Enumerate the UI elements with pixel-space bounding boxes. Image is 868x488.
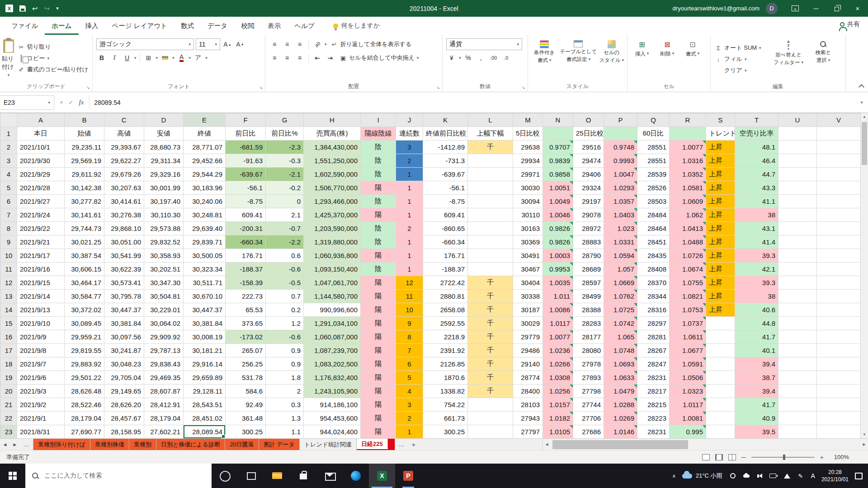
cell-Q16[interactable]: 28281 [637, 330, 670, 344]
select-all-corner[interactable] [0, 113, 17, 127]
row-header-12[interactable]: 12 [0, 276, 17, 290]
cell-B2[interactable]: 29,235.11 [65, 141, 104, 154]
cell-N2[interactable]: 0.9707 [543, 141, 573, 154]
cell-E8[interactable]: 29,639.40 [184, 222, 226, 235]
cell-R3[interactable]: 1.0316 [670, 154, 706, 168]
cell-T6[interactable]: 41.1 [735, 195, 778, 208]
cell-M2[interactable]: 29638 [513, 141, 543, 154]
cell-N7[interactable]: 1.0046 [543, 208, 573, 222]
cell-R2[interactable]: 1.0077 [670, 141, 706, 154]
merge-center-button[interactable]: ▣セルを結合して中央揃え▾ [337, 52, 421, 64]
cell-F17[interactable]: 265.07 [226, 344, 266, 357]
cell-O10[interactable]: 28790 [573, 249, 604, 263]
cell-T7[interactable]: 38 [735, 208, 778, 222]
cell-D7[interactable]: 30,110.30 [144, 208, 184, 222]
cell-V23[interactable] [817, 425, 861, 439]
cell-D14[interactable]: 30,229.01 [144, 303, 184, 317]
cell-U12[interactable] [778, 276, 817, 290]
cell-N13[interactable]: 1.011 [543, 290, 573, 303]
row-header-21[interactable]: 21 [0, 398, 17, 412]
cell-B14[interactable]: 30,372.02 [65, 303, 104, 317]
cell-C19[interactable]: 29,705.04 [104, 371, 144, 385]
cell-P11[interactable]: 1.057 [604, 263, 637, 276]
cell-D2[interactable]: 28,680.73 [144, 141, 184, 154]
cell-C6[interactable]: 30,414.61 [104, 195, 144, 208]
cell-I18[interactable]: 陽 [361, 357, 396, 371]
zoom-slider-thumb[interactable] [783, 455, 785, 460]
cell-D21[interactable]: 28,412.91 [144, 398, 184, 412]
column-header-C[interactable]: C [104, 113, 144, 127]
cell-C2[interactable]: 29,393.67 [104, 141, 144, 154]
row-header-16[interactable]: 16 [0, 330, 17, 344]
cell-O14[interactable]: 28388 [573, 303, 604, 317]
cell-O3[interactable]: 29474 [573, 154, 604, 168]
cell-M23[interactable]: 27797 [513, 425, 543, 439]
cell-I11[interactable]: 陰 [361, 263, 396, 276]
cell-Q2[interactable]: 28551 [637, 141, 670, 154]
cell-A2[interactable]: 2021/10/1 [17, 141, 65, 154]
cell-R4[interactable]: 1.0352 [670, 168, 706, 181]
cell-N8[interactable]: 0.9826 [543, 222, 573, 235]
align-center-icon[interactable]: ≡ [282, 52, 292, 63]
cell-M8[interactable]: 30163 [513, 222, 543, 235]
cell-Q1[interactable]: 60日比 [637, 127, 670, 141]
cell-M10[interactable]: 30491 [513, 249, 543, 263]
cell-R21[interactable]: 1.0117 [670, 398, 706, 412]
cell-Q19[interactable]: 28231 [637, 371, 670, 385]
minimize-button[interactable]: ─ [806, 0, 826, 17]
cell-G20[interactable]: 2 [266, 385, 304, 398]
cell-D20[interactable]: 28,607.87 [144, 385, 184, 398]
cell-U14[interactable] [778, 303, 817, 317]
cell-M9[interactable]: 30369 [513, 235, 543, 249]
cell-K1[interactable]: 終値前日比較 [423, 127, 468, 141]
cell-G2[interactable]: -2.3 [266, 141, 304, 154]
cell-F16[interactable]: -173.02 [226, 330, 266, 344]
cell-V11[interactable] [817, 263, 861, 276]
cell-P20[interactable]: 1.0479 [604, 385, 637, 398]
cell-H21[interactable]: 914,186,100 [304, 398, 361, 412]
column-header-S[interactable]: S [706, 113, 735, 127]
cell-E12[interactable]: 30,511.71 [184, 276, 226, 290]
undo-icon[interactable]: ↩ [32, 5, 38, 13]
view-page-layout-icon[interactable] [715, 454, 723, 460]
cell-H18[interactable]: 1,083,202,500 [304, 357, 361, 371]
cell-Q6[interactable]: 28503 [637, 195, 670, 208]
align-top-icon[interactable]: ≡ [269, 39, 280, 50]
cell-D17[interactable]: 29,787.13 [144, 344, 184, 357]
cell-M21[interactable]: 28103 [513, 398, 543, 412]
cell-D13[interactable]: 30,504.81 [144, 290, 184, 303]
sheet-tab-20日騰落[interactable]: 20日騰落 [225, 439, 259, 450]
cell-N11[interactable]: 0.9953 [543, 263, 573, 276]
cell-Q13[interactable]: 28344 [637, 290, 670, 303]
excel-app-icon[interactable]: X [5, 5, 13, 12]
cell-E6[interactable]: 30,240.06 [184, 195, 226, 208]
cell-P8[interactable]: 1.023 [604, 222, 637, 235]
row-header-4[interactable]: 4 [0, 168, 17, 181]
cell-O11[interactable]: 28689 [573, 263, 604, 276]
cell-J8[interactable]: 2 [396, 222, 423, 235]
cell-E11[interactable]: 30,323.34 [184, 263, 226, 276]
new-sheet-button[interactable]: + [408, 439, 419, 450]
cell-J1[interactable]: 連続数 [396, 127, 423, 141]
cell-H5[interactable]: 1,506,770,000 [304, 181, 361, 195]
cell-F1[interactable]: 前日比 [226, 127, 266, 141]
cell-C8[interactable]: 29,868.10 [104, 222, 144, 235]
cell-E21[interactable]: 28,543.51 [184, 398, 226, 412]
cell-F19[interactable]: 531.78 [226, 371, 266, 385]
cell-S7[interactable]: 上昇 [706, 208, 735, 222]
cell-S15[interactable] [706, 317, 735, 330]
cell-H23[interactable]: 944,024,400 [304, 425, 361, 439]
vertical-scroll-thumb[interactable] [862, 122, 867, 165]
cell-S1[interactable]: トレンド [706, 127, 735, 141]
cell-I8[interactable]: 陰 [361, 222, 396, 235]
cell-I20[interactable]: 陽 [361, 385, 396, 398]
cell-A15[interactable]: 2021/9/10 [17, 317, 65, 330]
cell-B10[interactable]: 30,387.54 [65, 249, 104, 263]
vertical-scrollbar[interactable]: ▲ ▼ [860, 113, 868, 438]
cell-H13[interactable]: 1,144,580,700 [304, 290, 361, 303]
cell-L17[interactable]: 千 [468, 344, 513, 357]
cell-H4[interactable]: 1,602,590,000 [304, 168, 361, 181]
cell-A17[interactable]: 2021/9/8 [17, 344, 65, 357]
font-size-select[interactable]: 11▾ [196, 38, 220, 50]
column-header-T[interactable]: T [735, 113, 778, 127]
